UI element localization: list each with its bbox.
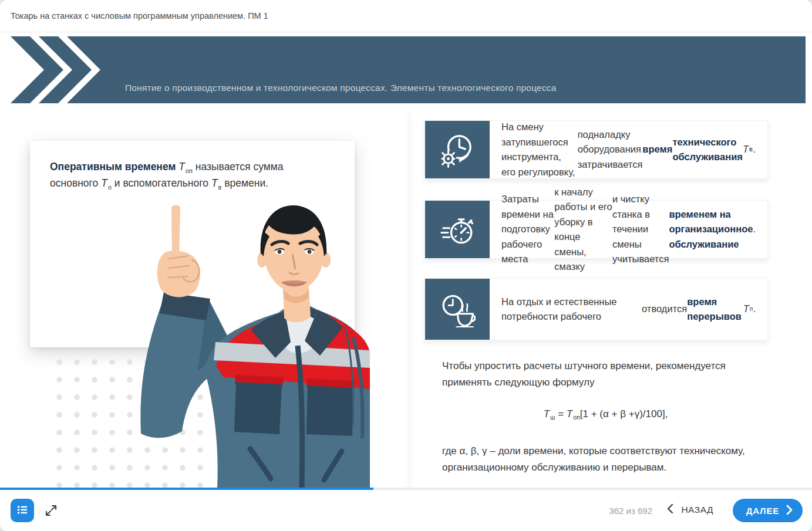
triple-chevron-icon [11,36,134,103]
course-title: Токарь на станках с числовым программным… [11,0,268,32]
footer-bar: 362 из 692 НАЗАД ДАЛЕЕ [0,490,812,531]
info-box-text: Затраты времени на подготовку рабочего м… [490,201,767,258]
next-button-label: ДАЛЕЕ [746,506,779,516]
course-slide-window: Токарь на станках с числовым программным… [0,0,812,531]
maintenance-time-clock-gear-icon [425,121,490,178]
menu-list-icon [15,503,29,519]
info-box-organizational-time: Затраты времени на подготовку рабочего м… [424,200,768,259]
info-box-maintenance-time: На смену затупившегося инструмента, его … [424,120,768,179]
content-divider [409,113,410,488]
slide-header-banner: Понятие о производственном и технологиче… [0,36,812,103]
info-box-text: На отдых и естественные потребности рабо… [490,279,767,340]
worker-pointing-up-illustration [135,201,370,488]
formula-intro-text: Чтобы упростить расчеты штучного времени… [442,358,771,391]
slide-title: Понятие о производственном и технологиче… [125,83,557,93]
fullscreen-expand-icon [44,503,58,519]
stopwatch-icon [425,201,490,258]
info-box-text: На смену затупившегося инструмента, его … [490,121,767,178]
fullscreen-button[interactable] [43,503,59,519]
info-box-break-time: На отдых и естественные потребности рабо… [424,278,768,340]
back-button[interactable]: НАЗАД [663,503,717,517]
slide-counter: 362 из 692 [609,506,652,516]
menu-button[interactable] [11,499,34,522]
next-button[interactable]: ДАЛЕЕ [733,499,803,522]
statement-text: Оперативным временем Топ называется сумм… [50,159,284,191]
top-bar: Токарь на станках с числовым программным… [0,0,812,32]
formula-note-text: где α, β, γ – доли времени, которые соот… [442,443,780,476]
back-button-label: НАЗАД [681,505,713,515]
formula-text: Тш = Топ[1 + (α + β +γ)/100], [442,408,769,420]
back-chevron-icon [667,503,673,516]
next-chevron-icon [786,505,793,517]
break-time-clock-coffee-icon [425,279,490,340]
